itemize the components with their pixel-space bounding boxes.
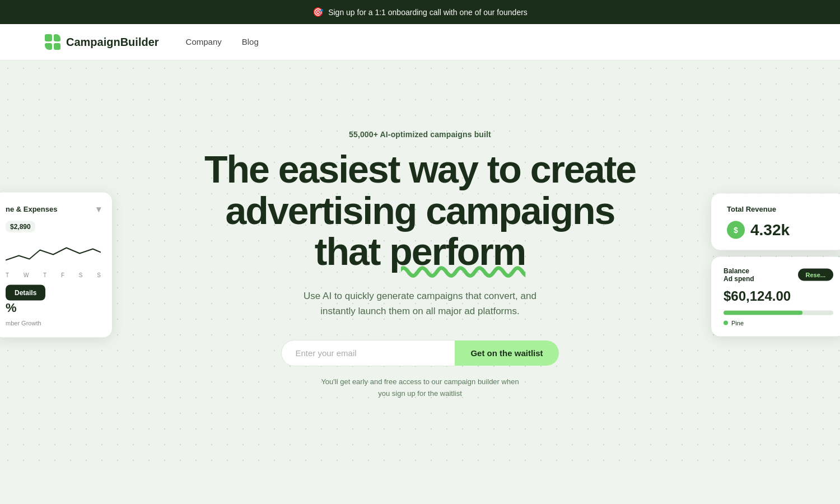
headline-part1: The easiest way to create xyxy=(204,148,636,190)
nav-links: Company Blog xyxy=(186,37,259,47)
card-left: ne & Expenses ▾ $2,890 T W T F S S Detai… xyxy=(0,193,112,338)
headline-part3: perform xyxy=(389,230,525,273)
logo-icon xyxy=(45,34,60,50)
chart-labels: T W T F S S xyxy=(6,272,101,278)
hero-content: 55,000+ AI-optimized campaigns built The… xyxy=(202,130,638,399)
pct-text: % xyxy=(6,301,101,315)
mini-chart xyxy=(6,238,101,269)
card-left-title: ne & Expenses ▾ xyxy=(6,204,101,214)
cta-note: You'll get early and free access to our … xyxy=(202,376,638,400)
balance-header: Balance Ad spend Rese... xyxy=(724,267,833,283)
nav-blog[interactable]: Blog xyxy=(242,37,259,46)
legend-label: Pine xyxy=(731,320,744,326)
waitlist-button[interactable]: Get on the waitlist xyxy=(455,340,558,366)
hero-subtext-line1: Use AI to quickly generate campaigns tha… xyxy=(304,291,536,301)
revenue-icon: $ xyxy=(727,221,745,239)
hero-headline: The easiest way to create advertising ca… xyxy=(202,149,638,272)
logo-text: CampaignBuilder xyxy=(66,36,159,49)
revenue-amount: $ 4.32k xyxy=(727,221,830,239)
details-button[interactable]: Details xyxy=(6,285,45,301)
hero-tagline: 55,000+ AI-optimized campaigns built xyxy=(202,130,638,139)
balance-bar-fill xyxy=(724,311,802,315)
top-banner: 🎯 Sign up for a 1:1 onboarding call with… xyxy=(0,0,840,24)
reset-button[interactable]: Rese... xyxy=(798,269,833,281)
price-badge: $2,890 xyxy=(6,221,35,232)
hero-subtext-line2: instantly launch them on all major ad pl… xyxy=(320,306,519,316)
balance-amount: $60,124.00 xyxy=(724,288,833,304)
navbar: CampaignBuilder Company Blog xyxy=(0,24,840,60)
card-balance: Balance Ad spend Rese... $60,124.00 Pine xyxy=(711,257,840,337)
revenue-title: Total Revenue xyxy=(727,205,830,213)
nav-company[interactable]: Company xyxy=(186,37,222,46)
banner-icon: 🎯 xyxy=(312,7,324,17)
email-input[interactable] xyxy=(281,340,455,366)
banner-text: Sign up for a 1:1 onboarding call with o… xyxy=(328,8,528,17)
balance-dot xyxy=(724,321,728,325)
footer-section xyxy=(0,469,840,504)
cta-form: Get on the waitlist xyxy=(202,340,638,366)
cta-note-line1: You'll get early and free access to our … xyxy=(321,377,519,386)
spend-label: Ad spend xyxy=(724,275,754,283)
logo-link[interactable]: CampaignBuilder xyxy=(45,34,159,50)
hero-subtext: Use AI to quickly generate campaigns tha… xyxy=(202,288,638,319)
hero-section: ne & Expenses ▾ $2,890 T W T F S S Detai… xyxy=(0,60,840,469)
cta-note-line2: you sign up for the waitlist xyxy=(378,389,462,398)
balance-legend: Pine xyxy=(724,320,833,326)
growth-text: mber Growth xyxy=(6,320,101,326)
balance-label: Balance xyxy=(724,267,754,275)
card-right: Total Revenue $ 4.32k Balance Ad spend R… xyxy=(711,194,840,337)
balance-bar xyxy=(724,311,833,315)
card-revenue: Total Revenue $ 4.32k xyxy=(711,194,840,250)
revenue-number: 4.32k xyxy=(750,221,790,239)
